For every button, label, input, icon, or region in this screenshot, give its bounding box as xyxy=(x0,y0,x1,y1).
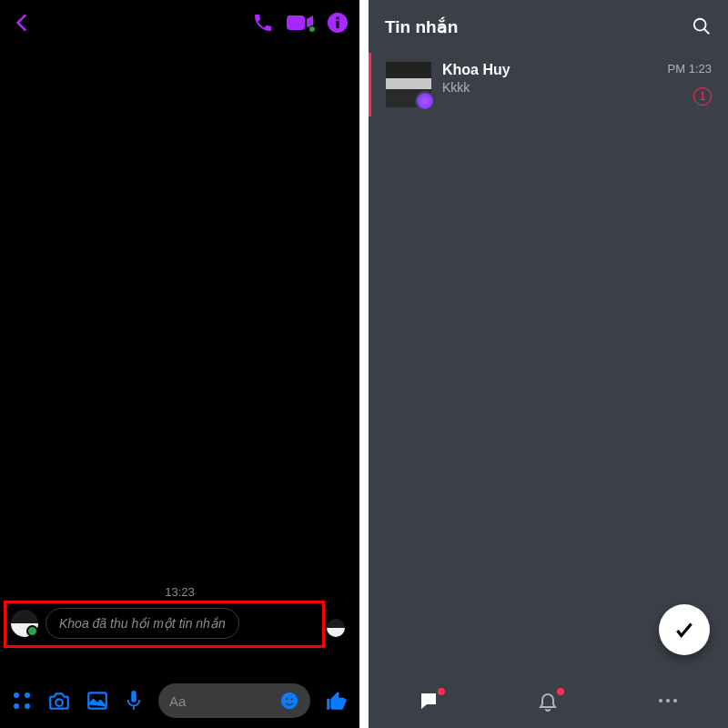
svg-point-16 xyxy=(666,699,670,703)
camera-icon[interactable] xyxy=(47,689,71,713)
screenshot-divider xyxy=(359,0,369,728)
conversation-time: PM 1:23 xyxy=(668,62,712,76)
svg-point-11 xyxy=(281,693,298,709)
svg-point-3 xyxy=(336,16,339,20)
thumbs-up-icon[interactable] xyxy=(325,689,349,713)
conversation-avatar xyxy=(386,62,431,107)
svg-rect-10 xyxy=(131,691,136,703)
info-icon[interactable] xyxy=(327,12,349,34)
svg-point-13 xyxy=(291,698,293,700)
tab-chats[interactable] xyxy=(418,690,440,712)
conversation-item[interactable]: Khoa Huy Kkkk PM 1:23 1 xyxy=(369,53,728,116)
video-icon[interactable] xyxy=(287,14,314,32)
svg-point-12 xyxy=(286,698,288,700)
retracted-message-bubble[interactable]: Khoa đã thu hồi một tin nhắn xyxy=(46,608,239,639)
svg-rect-0 xyxy=(287,15,305,30)
notification-dot-icon xyxy=(557,688,564,695)
gallery-icon[interactable] xyxy=(86,689,109,713)
message-input[interactable]: Aa xyxy=(158,683,310,718)
svg-point-4 xyxy=(14,693,19,698)
messenger-chat-screen: 13:23 Khoa đã thu hồi một tin nhắn Aa xyxy=(0,0,359,728)
svg-point-17 xyxy=(673,699,677,703)
chat-body[interactable]: 13:23 Khoa đã thu hồi một tin nhắn Aa xyxy=(0,46,359,728)
inbox-screen: Tin nhắn Khoa Huy Kkkk PM 1:23 1 xyxy=(369,0,728,728)
unread-badge: 1 xyxy=(693,87,712,106)
input-placeholder: Aa xyxy=(169,693,186,709)
svg-point-15 xyxy=(659,699,662,703)
back-icon[interactable] xyxy=(11,11,35,35)
conversation-preview: Kkkk xyxy=(442,80,713,95)
notification-dot-icon xyxy=(438,688,445,695)
bottom-tabs xyxy=(369,673,728,728)
svg-point-7 xyxy=(25,703,30,709)
search-icon[interactable] xyxy=(692,16,712,36)
tab-notifications[interactable] xyxy=(537,690,559,712)
phone-icon[interactable] xyxy=(252,12,274,34)
svg-point-8 xyxy=(56,699,63,706)
svg-point-5 xyxy=(25,693,30,698)
apps-icon[interactable] xyxy=(11,690,33,712)
emoji-icon[interactable] xyxy=(279,691,299,711)
inbox-title: Tin nhắn xyxy=(385,16,458,37)
chat-header xyxy=(0,0,359,46)
compose-bar: Aa xyxy=(0,673,359,728)
seen-indicator-avatar xyxy=(327,619,345,637)
mic-icon[interactable] xyxy=(124,689,144,713)
inbox-header: Tin nhắn xyxy=(369,0,728,53)
retracted-message-row: Khoa đã thu hồi một tin nhắn xyxy=(11,608,349,639)
sender-avatar[interactable] xyxy=(11,610,38,637)
tab-more[interactable] xyxy=(656,690,680,712)
message-timestamp: 13:23 xyxy=(0,585,359,599)
fab-compose[interactable] xyxy=(659,604,710,655)
svg-point-6 xyxy=(14,703,19,709)
svg-point-14 xyxy=(694,19,706,31)
svg-rect-2 xyxy=(337,21,339,28)
